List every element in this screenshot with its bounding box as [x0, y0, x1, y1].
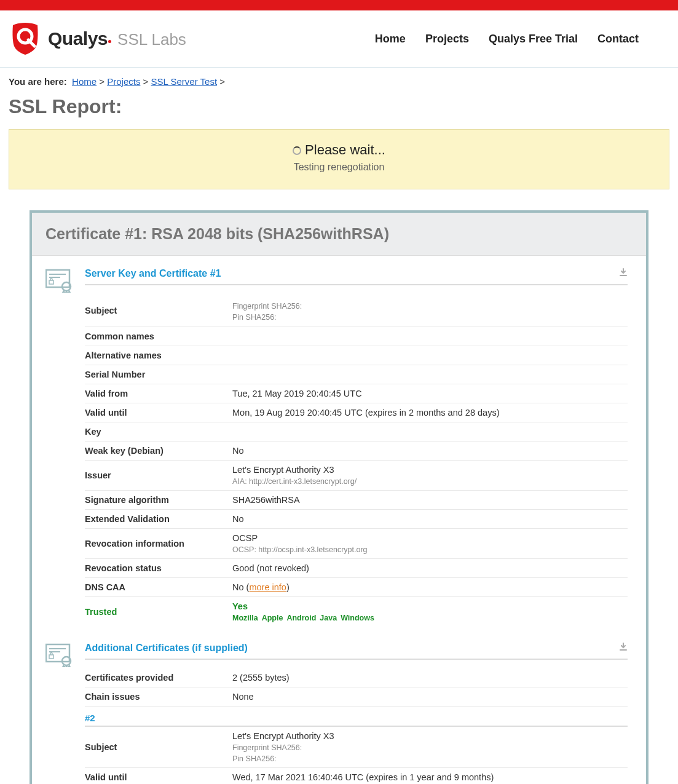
- row-valid-until: Valid untilMon, 19 Aug 2019 20:40:45 UTC…: [85, 403, 628, 422]
- logo-ssllabs-text: SSL Labs: [117, 30, 186, 49]
- svg-rect-6: [46, 644, 69, 662]
- row-alt-names: Alternative names: [85, 346, 628, 365]
- certificate-panel: Certificate #1: RSA 2048 bits (SHA256wit…: [30, 210, 648, 784]
- row-subject: Subject Fingerprint SHA256: Pin SHA256:: [85, 294, 628, 327]
- logo-qualys-text: Qualys: [48, 28, 111, 49]
- row-trusted: Trusted Yes MozillaAppleAndroidJavaWindo…: [85, 597, 628, 627]
- qualys-shield-icon: [10, 22, 41, 56]
- svg-rect-9: [49, 655, 53, 659]
- row-serial: Serial Number: [85, 365, 628, 384]
- logo[interactable]: Qualys SSL Labs: [10, 22, 186, 56]
- section-title-server-key: Server Key and Certificate #1: [85, 268, 221, 279]
- row-revocation-status: Revocation statusGood (not revoked): [85, 559, 628, 578]
- breadcrumb-home[interactable]: Home: [72, 76, 97, 87]
- row-certs-provided: Certificates provided2 (2555 bytes): [85, 668, 628, 687]
- breadcrumb-prefix: You are here:: [9, 76, 67, 87]
- nav-projects[interactable]: Projects: [425, 33, 469, 46]
- row-issuer: IssuerLet's Encrypt Authority X3AIA: htt…: [85, 461, 628, 491]
- breadcrumb: You are here: Home > Projects > SSL Serv…: [0, 68, 678, 87]
- breadcrumb-projects[interactable]: Projects: [107, 76, 140, 87]
- breadcrumb-ssl-server-test[interactable]: SSL Server Test: [151, 76, 218, 87]
- svg-rect-4: [49, 280, 53, 284]
- certificate-icon: [45, 268, 74, 293]
- nav-contact[interactable]: Contact: [597, 33, 639, 46]
- certificate-header: Certificate #1: RSA 2048 bits (SHA256wit…: [32, 213, 646, 256]
- cert2-number: #2: [85, 707, 628, 726]
- row-valid-until-2: Valid untilWed, 17 Mar 2021 16:40:46 UTC…: [85, 768, 628, 784]
- top-red-bar: [0, 0, 678, 10]
- download-icon[interactable]: [619, 643, 628, 654]
- certificate-icon: [45, 643, 74, 667]
- row-ev: Extended ValidationNo: [85, 510, 628, 529]
- page-title: SSL Report:: [0, 87, 678, 129]
- spinner-icon: [293, 146, 301, 155]
- download-icon[interactable]: [619, 268, 628, 279]
- row-dns-caa: DNS CAA No (more info): [85, 578, 628, 597]
- row-key: Key: [85, 422, 628, 441]
- section-additional-certs: Additional Certificates (if supplied) Ce…: [32, 630, 646, 784]
- nav-home[interactable]: Home: [375, 33, 406, 46]
- dns-caa-more-info-link[interactable]: more info: [249, 582, 286, 592]
- top-nav: Home Projects Qualys Free Trial Contact: [375, 33, 639, 46]
- trusted-platforms: MozillaAppleAndroidJavaWindows: [232, 614, 628, 622]
- row-valid-from: Valid fromTue, 21 May 2019 20:40:45 UTC: [85, 384, 628, 403]
- row-weak-key: Weak key (Debian)No: [85, 441, 628, 461]
- nav-free-trial[interactable]: Qualys Free Trial: [489, 33, 578, 46]
- wait-title: Please wait...: [9, 142, 669, 158]
- row-common-names: Common names: [85, 327, 628, 346]
- row-sig-alg: Signature algorithmSHA256withRSA: [85, 491, 628, 510]
- section-title-additional: Additional Certificates (if supplied): [85, 643, 248, 654]
- row-subject-2: Subject Let's Encrypt Authority X3 Finge…: [85, 727, 628, 768]
- wait-subtitle: Testing renegotiation: [9, 162, 669, 173]
- wait-box: Please wait... Testing renegotiation: [9, 129, 669, 189]
- section-server-key: Server Key and Certificate #1 Subject Fi…: [32, 256, 646, 630]
- svg-rect-1: [46, 270, 69, 287]
- row-revocation-info: Revocation informationOCSPOCSP: http://o…: [85, 529, 628, 559]
- row-chain-issues: Chain issuesNone: [85, 687, 628, 707]
- header: Qualys SSL Labs Home Projects Qualys Fre…: [0, 10, 678, 68]
